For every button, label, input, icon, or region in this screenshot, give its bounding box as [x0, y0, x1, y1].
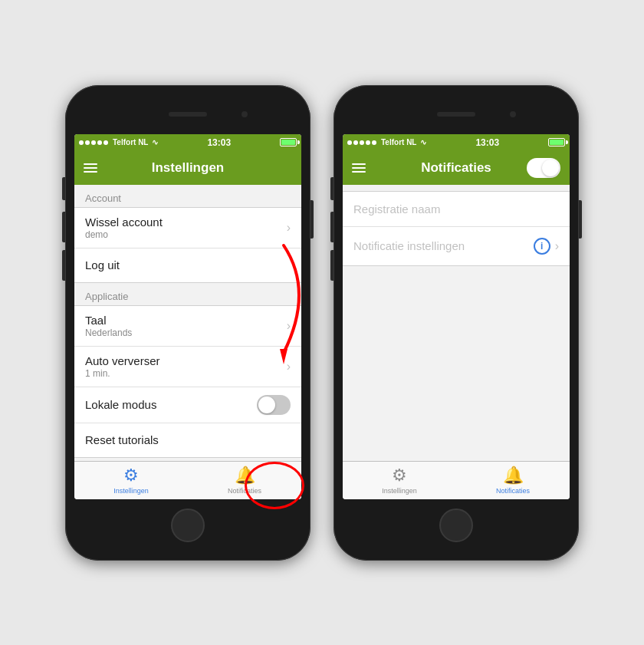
- settings-list: Account Wissel account demo › Log uit: [74, 185, 301, 461]
- bell-icon-2: 🔔: [503, 466, 524, 485]
- carrier-label-2: Telfort NL: [381, 138, 416, 146]
- battery-icon-2: [548, 138, 565, 146]
- notif-content: Registratie naam Notificatie instellinge…: [343, 185, 570, 461]
- info-button[interactable]: i: [534, 238, 550, 255]
- top-bezel: [74, 94, 301, 134]
- logout-title: Log uit: [85, 258, 120, 271]
- phone-1: Telfort NL ∿ 13:03 Instellingen: [65, 85, 310, 561]
- wissel-account-subtitle: demo: [85, 229, 163, 240]
- nav-title-2: Notificaties: [421, 160, 491, 176]
- menu-button-2[interactable]: [352, 163, 366, 173]
- status-left-2: Telfort NL ∿: [347, 138, 426, 146]
- status-right-2: [548, 138, 565, 146]
- signal-dots-2: [347, 140, 376, 145]
- phone-2: Telfort NL ∿ 13:03 Notificaties: [334, 85, 579, 561]
- auto-ververser-title: Auto ververser: [85, 354, 160, 367]
- bottom-bezel-2: [343, 499, 570, 551]
- tab-notificaties-label-2: Notificaties: [496, 487, 530, 495]
- phone-2-screen: Telfort NL ∿ 13:03 Notificaties: [343, 134, 570, 499]
- account-group: Wissel account demo › Log uit: [74, 207, 301, 283]
- auto-ververser-subtitle: 1 min.: [85, 368, 160, 379]
- battery-icon: [280, 138, 297, 146]
- top-bezel-2: [343, 94, 570, 134]
- settings-icon-2: ⚙: [392, 466, 407, 485]
- registratie-naam-item[interactable]: Registratie naam: [343, 192, 570, 227]
- auto-ververser-item[interactable]: Auto ververser 1 min. ›: [74, 347, 301, 387]
- volume-up-button-2: [330, 212, 334, 242]
- home-button-2[interactable]: [439, 508, 473, 542]
- section-app-header: Applicatie: [74, 283, 301, 305]
- phone-2-body: Telfort NL ∿ 13:03 Notificaties: [334, 85, 579, 561]
- nav-title-1: Instellingen: [152, 160, 224, 176]
- chevron-icon: ›: [555, 239, 559, 253]
- signal-dots: [79, 140, 108, 145]
- wifi-icon: ∿: [152, 138, 158, 146]
- notif-toggle[interactable]: [527, 158, 560, 178]
- section-account-header: Account: [74, 185, 301, 207]
- registratie-naam-label: Registratie naam: [353, 202, 440, 216]
- lokale-modus-title: Lokale modus: [85, 398, 156, 411]
- bell-icon-1: 🔔: [235, 466, 255, 485]
- carrier-label: Telfort NL: [113, 138, 148, 146]
- home-button-1[interactable]: [171, 508, 205, 542]
- tab-instellingen-2[interactable]: ⚙ Instellingen: [343, 466, 456, 495]
- status-right: [280, 138, 297, 146]
- lokale-modus-item[interactable]: Lokale modus: [74, 387, 301, 423]
- taal-item[interactable]: Taal Nederlands ›: [74, 306, 301, 347]
- volume-down-button: [62, 250, 65, 281]
- nav-bar-1: Instellingen: [74, 151, 301, 185]
- nav-bar-2: Notificaties: [343, 151, 570, 185]
- phone-1-screen: Telfort NL ∿ 13:03 Instellingen: [74, 134, 301, 499]
- status-bar-2: Telfort NL ∿ 13:03: [343, 134, 570, 151]
- arrow-annotation: [276, 230, 322, 383]
- logout-item[interactable]: Log uit: [74, 248, 301, 282]
- settings-icon: ⚙: [123, 466, 139, 485]
- reset-tutorials-item[interactable]: Reset tutorials: [74, 423, 301, 457]
- taal-title: Taal: [85, 314, 132, 327]
- tab-instellingen-label: Instellingen: [113, 487, 149, 495]
- tab-instellingen-1[interactable]: ⚙ Instellingen: [74, 466, 188, 495]
- power-button-2: [579, 200, 582, 239]
- time-label-2: 13:03: [475, 137, 499, 148]
- volume-up-button: [62, 212, 65, 242]
- wissel-account-title: Wissel account: [85, 216, 163, 229]
- tab-notificaties-label-1: Notificaties: [228, 487, 261, 495]
- notif-list: Registratie naam Notificatie instellinge…: [343, 191, 570, 266]
- notif-instellingen-item[interactable]: Notificatie instellingen i ›: [343, 227, 570, 265]
- status-bar-1: Telfort NL ∿ 13:03: [74, 134, 301, 151]
- speaker-2: [437, 112, 475, 117]
- reset-tutorials-title: Reset tutorials: [85, 433, 159, 446]
- tab-notificaties-2[interactable]: 🔔 Notificaties: [456, 466, 570, 495]
- tab-notificaties-1[interactable]: 🔔 Notificaties: [188, 466, 301, 495]
- time-label: 13:03: [207, 137, 231, 148]
- mute-button-2: [330, 177, 334, 200]
- camera: [242, 111, 248, 117]
- volume-down-button-2: [330, 250, 334, 281]
- lokale-modus-toggle[interactable]: [257, 395, 291, 415]
- status-left: Telfort NL ∿: [79, 138, 158, 146]
- taal-subtitle: Nederlands: [85, 327, 132, 338]
- app-group: Taal Nederlands › Auto ververser 1 min. …: [74, 305, 301, 458]
- speaker: [169, 112, 207, 117]
- tab-bar-2: ⚙ Instellingen 🔔 Notificaties: [343, 461, 570, 499]
- mute-button: [62, 177, 65, 200]
- bottom-bezel-1: [74, 499, 301, 551]
- wissel-account-item[interactable]: Wissel account demo ›: [74, 208, 301, 248]
- menu-button[interactable]: [84, 163, 97, 173]
- phone-1-body: Telfort NL ∿ 13:03 Instellingen: [65, 85, 310, 561]
- camera-2: [510, 111, 516, 117]
- wifi-icon-2: ∿: [420, 138, 426, 146]
- tab-bar-1: ⚙ Instellingen 🔔 Notificaties: [74, 461, 301, 499]
- tab-instellingen-label-2: Instellingen: [382, 487, 417, 495]
- notif-instellingen-label: Notificatie instellingen: [353, 239, 465, 252]
- svg-marker-0: [280, 349, 288, 364]
